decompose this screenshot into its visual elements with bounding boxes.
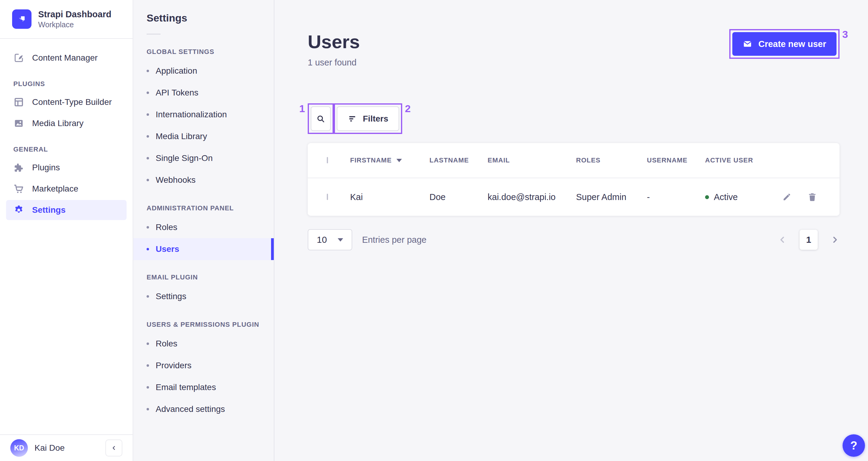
select-all-checkbox[interactable] bbox=[327, 157, 328, 163]
subnav-item-internationalization[interactable]: Internationalization bbox=[133, 104, 274, 125]
sidebar-item-plugins[interactable]: Plugins bbox=[6, 157, 127, 178]
cell-roles: Super Admin bbox=[576, 192, 647, 202]
subnav-section-global-settings: GLOBAL SETTINGS bbox=[147, 48, 260, 56]
subnav-item-roles-admin[interactable]: Roles bbox=[133, 217, 274, 238]
subnav-item-label: API Tokens bbox=[156, 88, 198, 97]
sidebar-item-media-library[interactable]: Media Library bbox=[6, 113, 127, 133]
table-row: Kai Doe kai.doe@strapi.io Super Admin - … bbox=[308, 178, 840, 216]
page-header: Users 1 user found 3 Create new user bbox=[308, 0, 840, 67]
bullet-icon bbox=[147, 364, 149, 367]
sidebar-item-label: Content-Type Builder bbox=[32, 97, 112, 107]
picture-icon bbox=[13, 118, 24, 129]
subnav-item-label: Webhooks bbox=[156, 175, 196, 185]
users-table: FIRSTNAME LASTNAME EMAIL ROLES USERNAME … bbox=[308, 143, 840, 216]
main-content: Users 1 user found 3 Create new user 1 bbox=[274, 0, 868, 461]
filters-label: Filters bbox=[363, 114, 388, 124]
annotation-box-3: 3 Create new user bbox=[729, 29, 840, 59]
sidebar-footer: KD Kai Doe bbox=[0, 434, 133, 461]
sort-desc-icon bbox=[397, 159, 402, 162]
page-number-button[interactable]: 1 bbox=[800, 230, 818, 250]
sidebar-item-label: Settings bbox=[32, 205, 65, 215]
help-button[interactable]: ? bbox=[842, 434, 865, 457]
subnav-item-label: Advanced settings bbox=[156, 404, 225, 414]
subnav-section-users-permissions-plugin: USERS & PERMISSIONS PLUGIN bbox=[147, 321, 260, 328]
page-title: Users bbox=[308, 31, 360, 52]
subnav-item-label: Settings bbox=[156, 292, 186, 301]
bullet-icon bbox=[147, 179, 149, 181]
subnav-item-email-settings[interactable]: Settings bbox=[133, 286, 274, 307]
table-toolbar: 1 2 Filters bbox=[308, 103, 840, 134]
delete-user-button[interactable] bbox=[806, 191, 818, 203]
column-header-username[interactable]: USERNAME bbox=[647, 156, 705, 164]
sidebar-section-general: GENERAL bbox=[13, 145, 119, 153]
chevron-left-icon bbox=[111, 444, 117, 451]
collapse-sidebar-button[interactable] bbox=[105, 439, 122, 457]
subnav-item-media-library[interactable]: Media Library bbox=[133, 125, 274, 147]
sidebar-section-plugins: PLUGINS bbox=[13, 80, 119, 88]
status-dot-icon bbox=[705, 195, 709, 199]
chevron-down-icon bbox=[338, 238, 343, 241]
subnav-item-single-sign-on[interactable]: Single Sign-On bbox=[133, 147, 274, 169]
column-header-label: LASTNAME bbox=[430, 156, 469, 164]
subnav-item-application[interactable]: Application bbox=[133, 60, 274, 82]
subnav-item-label: Roles bbox=[156, 223, 178, 232]
row-checkbox[interactable] bbox=[327, 194, 328, 200]
bullet-icon bbox=[147, 343, 149, 345]
column-header-label: ACTIVE USER bbox=[705, 156, 753, 164]
bullet-icon bbox=[147, 91, 149, 94]
subnav-section-administration-panel: ADMINISTRATION PANEL bbox=[147, 204, 260, 212]
sidebar-item-marketplace[interactable]: Marketplace bbox=[6, 179, 127, 199]
subnav-item-users[interactable]: Users bbox=[133, 238, 274, 260]
column-header-email[interactable]: EMAIL bbox=[488, 156, 576, 164]
subnav-item-api-tokens[interactable]: API Tokens bbox=[133, 82, 274, 104]
sidebar-item-settings[interactable]: Settings bbox=[6, 200, 127, 220]
column-header-firstname[interactable]: FIRSTNAME bbox=[350, 156, 430, 164]
row-actions bbox=[781, 191, 840, 203]
bullet-icon bbox=[147, 226, 149, 229]
create-new-user-label: Create new user bbox=[758, 39, 826, 49]
envelope-icon bbox=[743, 39, 752, 49]
entries-per-page-label: Entries per page bbox=[362, 235, 427, 245]
filters-button[interactable]: Filters bbox=[337, 106, 399, 131]
next-page-button[interactable] bbox=[831, 235, 840, 244]
column-header-lastname[interactable]: LASTNAME bbox=[430, 156, 488, 164]
column-header-roles[interactable]: ROLES bbox=[576, 156, 647, 164]
search-button[interactable] bbox=[311, 106, 331, 131]
subnav-item-providers[interactable]: Providers bbox=[133, 355, 274, 376]
subnav-item-label: Users bbox=[156, 244, 179, 254]
subnav-item-roles-up[interactable]: Roles bbox=[133, 333, 274, 355]
annotation-label-3: 3 bbox=[842, 29, 848, 39]
bullet-icon bbox=[147, 408, 149, 410]
subnav-title: Settings bbox=[147, 12, 260, 24]
workspace-name: Workplace bbox=[38, 20, 112, 29]
subnav-item-label: Providers bbox=[156, 361, 191, 370]
subnav-item-email-templates[interactable]: Email templates bbox=[133, 376, 274, 398]
bullet-icon bbox=[147, 157, 149, 160]
app-title: Strapi Dashboard bbox=[38, 9, 112, 20]
column-header-active-user[interactable]: ACTIVE USER bbox=[705, 156, 781, 164]
puzzle-icon bbox=[13, 162, 24, 173]
settings-subnav: Settings GLOBAL SETTINGS Application API… bbox=[133, 0, 274, 461]
bullet-icon bbox=[147, 386, 149, 388]
chevron-right-icon bbox=[831, 235, 840, 244]
bullet-icon bbox=[147, 135, 149, 138]
divider bbox=[147, 34, 160, 34]
annotation-box-1: 1 bbox=[308, 103, 334, 134]
entries-per-page-select[interactable]: 10 bbox=[308, 229, 352, 250]
cell-email: kai.doe@strapi.io bbox=[488, 192, 576, 202]
cart-icon bbox=[13, 183, 24, 194]
status-label: Active bbox=[714, 192, 738, 202]
sidebar-item-content-manager[interactable]: Content Manager bbox=[6, 48, 127, 68]
subnav-item-webhooks[interactable]: Webhooks bbox=[133, 169, 274, 191]
sidebar-nav: Content Manager PLUGINS Content-Type Bui… bbox=[0, 39, 133, 221]
sidebar-item-content-type-builder[interactable]: Content-Type Builder bbox=[6, 92, 127, 112]
annotation-box-2: 2 Filters bbox=[334, 103, 402, 134]
bullet-icon bbox=[147, 295, 149, 298]
edit-user-button[interactable] bbox=[781, 191, 793, 203]
avatar[interactable]: KD bbox=[10, 439, 28, 457]
previous-page-button[interactable] bbox=[778, 235, 787, 244]
question-mark-icon: ? bbox=[850, 439, 857, 452]
subnav-item-advanced-settings[interactable]: Advanced settings bbox=[133, 398, 274, 420]
create-new-user-button[interactable]: Create new user bbox=[732, 32, 837, 56]
filter-icon bbox=[348, 114, 357, 123]
